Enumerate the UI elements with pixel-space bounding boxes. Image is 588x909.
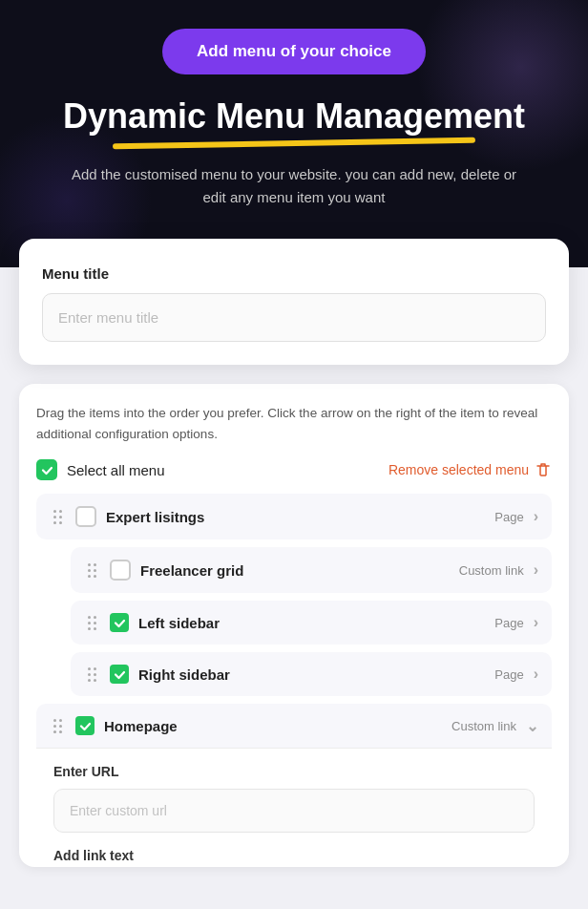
checkmark-icon-homepage: [79, 720, 92, 732]
url-expanded-section: Enter URL Add link text: [36, 748, 552, 867]
item-label-freelancer: Freelancer grid: [140, 562, 450, 579]
title-underline: [113, 137, 475, 150]
item-type-freelancer: Custom link: [459, 563, 524, 578]
drag-handle-expert[interactable]: [50, 508, 66, 526]
checkmark-icon: [41, 464, 53, 476]
remove-selected-button[interactable]: Remove selected menu: [388, 461, 552, 478]
item-label-homepage: Homepage: [104, 718, 442, 734]
select-all-row: Select all menu Remove selected menu: [36, 459, 552, 480]
menu-title-card: Menu title: [19, 239, 569, 365]
remove-btn-label: Remove selected menu: [388, 462, 529, 477]
menu-item-expert-listings: Expert lisitngs Page ›: [36, 494, 552, 539]
url-input[interactable]: [53, 789, 535, 833]
add-menu-button[interactable]: Add menu of your choice: [162, 29, 426, 74]
select-all-label: Select all menu: [67, 462, 165, 478]
checkbox-homepage[interactable]: [75, 716, 94, 735]
hero-section: Add menu of your choice Dynamic Menu Man…: [0, 0, 588, 267]
checkbox-expert-listings[interactable]: [75, 506, 96, 527]
hero-subtitle: Add the customised menu to your website.…: [65, 163, 523, 209]
select-all-checkbox[interactable]: [36, 459, 57, 480]
drag-handle-left-sidebar[interactable]: [84, 614, 100, 632]
checkmark-icon-left: [114, 617, 126, 629]
url-label: Enter URL: [53, 764, 535, 779]
item-label-expert: Expert lisitngs: [106, 509, 485, 525]
menu-title-label: Menu title: [42, 265, 546, 282]
drag-handle-freelancer[interactable]: [84, 561, 100, 580]
checkmark-icon-right: [114, 668, 126, 681]
chevron-down-icon-homepage[interactable]: ⌄: [526, 717, 538, 735]
drag-section: Drag the items into the order you prefer…: [19, 384, 569, 867]
checkbox-right-sidebar[interactable]: [110, 665, 129, 684]
trash-icon: [535, 461, 552, 478]
drag-handle-homepage[interactable]: [50, 717, 66, 735]
menu-item-left-sidebar: Left sidebar Page ›: [71, 601, 552, 645]
chevron-right-icon-freelancer[interactable]: ›: [534, 561, 538, 579]
select-all-left: Select all menu: [36, 459, 165, 480]
menu-item-right-sidebar: Right sidebar Page ›: [71, 652, 552, 696]
hero-title: Dynamic Menu Management: [19, 95, 569, 137]
item-type-expert: Page: [494, 510, 523, 524]
checkbox-freelancer-grid[interactable]: [110, 560, 131, 581]
chevron-right-icon-expert[interactable]: ›: [534, 508, 538, 525]
item-type-left-sidebar: Page: [494, 616, 523, 630]
menu-item-homepage: Homepage Custom link ⌄: [36, 704, 552, 748]
item-label-left-sidebar: Left sidebar: [138, 615, 485, 631]
menu-item-freelancer-grid: Freelancer grid Custom link ›: [71, 547, 552, 593]
chevron-right-icon-left-sidebar[interactable]: ›: [534, 614, 538, 631]
add-link-text-label: Add link text: [53, 833, 535, 863]
chevron-right-icon-right-sidebar[interactable]: ›: [534, 666, 538, 683]
item-label-right-sidebar: Right sidebar: [138, 666, 485, 683]
item-type-right-sidebar: Page: [494, 667, 523, 682]
item-type-homepage: Custom link: [452, 719, 516, 733]
checkbox-left-sidebar[interactable]: [110, 613, 129, 632]
drag-handle-right-sidebar[interactable]: [84, 666, 100, 684]
drag-hint-text: Drag the items into the order you prefer…: [36, 403, 552, 444]
menu-title-input[interactable]: [42, 293, 546, 342]
